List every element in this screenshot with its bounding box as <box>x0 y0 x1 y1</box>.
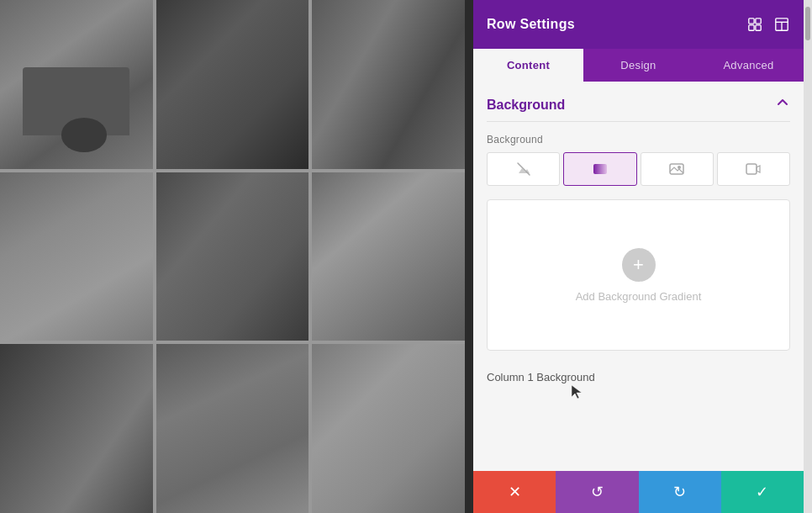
background-grid <box>0 0 465 513</box>
svg-rect-2 <box>749 25 754 30</box>
section-title: Background <box>487 98 565 113</box>
redo-button[interactable]: ↻ <box>639 471 721 513</box>
add-gradient-label: Add Background Gradient <box>576 290 702 303</box>
redo-icon: ↻ <box>673 483 686 501</box>
svg-rect-0 <box>749 19 754 24</box>
grid-cell-1 <box>0 0 153 169</box>
row-settings-panel: Row Settings <box>473 0 804 513</box>
header-icons <box>746 16 790 33</box>
background-section: Background Background <box>487 95 790 390</box>
bg-type-gradient-button[interactable] <box>563 152 636 186</box>
panel-body[interactable]: Background Background <box>473 82 804 471</box>
add-gradient-button[interactable]: + <box>622 248 656 282</box>
svg-rect-1 <box>756 19 761 24</box>
grid-cell-3 <box>312 0 465 169</box>
section-collapse-icon[interactable] <box>775 95 790 114</box>
grid-cell-4 <box>0 172 153 341</box>
cancel-icon: ✕ <box>509 483 521 501</box>
cancel-button[interactable]: ✕ <box>473 471 556 513</box>
section-header: Background <box>487 95 790 122</box>
layout-icon[interactable] <box>773 16 790 33</box>
column-bg-label: Column 1 Background <box>487 364 790 390</box>
grid-cell-2 <box>156 0 309 169</box>
confirm-button[interactable]: ✓ <box>721 471 804 513</box>
confirm-icon: ✓ <box>756 483 768 501</box>
panel-overlay: Row Settings <box>465 0 812 513</box>
grid-cell-7 <box>0 344 153 513</box>
bg-type-clear-button[interactable] <box>487 152 560 186</box>
tab-advanced[interactable]: Advanced <box>693 49 804 82</box>
plus-icon: + <box>633 254 644 276</box>
undo-button[interactable]: ↺ <box>556 471 638 513</box>
bottom-toolbar: ✕ ↺ ↻ ✓ <box>473 471 804 513</box>
svg-point-9 <box>678 166 681 169</box>
grid-cell-5 <box>156 172 309 341</box>
tab-design[interactable]: Design <box>583 49 693 82</box>
svg-rect-7 <box>593 164 607 174</box>
gradient-add-area[interactable]: + Add Background Gradient <box>487 199 790 351</box>
expand-icon[interactable] <box>746 16 763 33</box>
background-field-label: Background <box>487 134 790 145</box>
table-shape <box>61 118 107 151</box>
tab-bar: Content Design Advanced <box>473 49 804 82</box>
side-strip <box>465 0 473 513</box>
bg-type-button-group <box>487 152 790 186</box>
grid-cell-9 <box>312 344 465 513</box>
grid-cell-6 <box>312 172 465 341</box>
undo-icon: ↺ <box>591 483 604 501</box>
bg-type-video-button[interactable] <box>717 152 790 186</box>
panel-header: Row Settings <box>473 0 804 49</box>
svg-rect-10 <box>746 164 757 174</box>
svg-rect-3 <box>756 25 761 30</box>
grid-cell-8 <box>156 344 309 513</box>
scrollbar[interactable] <box>804 0 812 513</box>
bg-type-image-button[interactable] <box>641 152 714 186</box>
tab-content[interactable]: Content <box>473 49 583 82</box>
panel-title: Row Settings <box>487 17 575 32</box>
